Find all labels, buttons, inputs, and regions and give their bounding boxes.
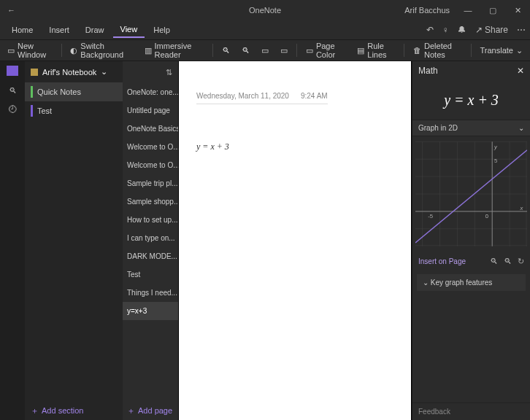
lightbulb-icon[interactable]: ♀ [442, 25, 449, 35]
page-item[interactable]: Sample trip pl... [123, 174, 178, 192]
window-icon: ▭ [7, 46, 15, 55]
page-time: 9:24 AM [301, 92, 328, 100]
page-item[interactable]: Welcome to O... [123, 156, 178, 174]
section-color-bar [31, 86, 33, 98]
chevron-down-icon: ⌄ [101, 67, 107, 77]
equation-text[interactable]: y = x + 3 [196, 141, 229, 152]
zoom-in-icon[interactable]: 🔍︎ [504, 257, 512, 266]
chevron-down-icon: ⌄ [423, 279, 429, 287]
page-color-button[interactable]: ▭Page Color [302, 39, 350, 61]
bell-icon[interactable]: 🔔︎ [458, 25, 466, 35]
pages-panel: ⇅ OneNote: one...Untitled pageOneNote Ba… [123, 61, 178, 420]
svg-text:-5: -5 [428, 213, 433, 219]
svg-text:0: 0 [485, 213, 488, 219]
chevron-down-icon: ⌄ [518, 124, 524, 132]
pagew-icon: ▭ [280, 46, 288, 55]
svg-text:y: y [493, 144, 498, 150]
sections-panel: Arif's Notebook ⌄ Quick NotesTest [25, 61, 123, 420]
zoom-out-icon[interactable]: 🔍︎ [490, 257, 498, 266]
nav-rail: 🔍︎ 🕘︎ [0, 61, 25, 420]
user-name[interactable]: Arif Bacchus [404, 6, 450, 15]
add-section-button[interactable]: ＋ Add section [25, 401, 123, 420]
svg-text:5: 5 [494, 158, 497, 164]
math-title: Math [418, 66, 438, 76]
key-graph-features-button[interactable]: ⌄ Key graph features [417, 274, 526, 291]
translate-button[interactable]: Translate ⌄ [476, 44, 527, 58]
page-date: Wednesday, March 11, 2020 [196, 92, 289, 100]
zoom-in-icon: 🔍︎ [242, 46, 250, 55]
add-page-button[interactable]: ＋ Add page [123, 401, 178, 420]
insert-on-page-button[interactable]: Insert on Page [418, 257, 466, 265]
notebook-picker[interactable]: Arif's Notebook ⌄ [25, 61, 123, 82]
section-item[interactable]: Quick Notes [25, 82, 123, 101]
immersive-reader-button[interactable]: ▥Immersive Reader [140, 39, 209, 61]
page-item[interactable]: OneNote: one... [123, 83, 178, 101]
chevron-down-icon: ⌄ [516, 46, 523, 55]
page-item[interactable]: Test [123, 265, 178, 284]
section-label: Quick Notes [37, 88, 81, 96]
deleted-notes-button[interactable]: 🗑︎Deleted Notes [409, 39, 466, 61]
page-icon: ▭ [261, 46, 269, 55]
page-canvas[interactable]: Wednesday, March 11, 2020 9:24 AM y = x … [178, 61, 412, 420]
more-icon[interactable]: ⋯ [517, 25, 526, 35]
close-button[interactable]: ✕ [505, 6, 530, 15]
page-width-button[interactable]: ▭ [276, 44, 292, 58]
switch-icon: ◐ [70, 46, 77, 55]
minimize-button[interactable]: — [456, 6, 480, 15]
tab-draw[interactable]: Draw [78, 23, 112, 37]
page-item[interactable]: I can type on... [123, 229, 178, 247]
page-item[interactable]: Things I need... [123, 284, 178, 302]
tab-insert[interactable]: Insert [42, 23, 77, 37]
search-icon[interactable]: 🔍︎ [9, 86, 17, 95]
page-item[interactable]: DARK MODE... [123, 247, 178, 265]
rule-lines-button[interactable]: ▤Rule Lines [353, 39, 399, 61]
color-icon: ▭ [306, 46, 313, 55]
svg-text:x: x [519, 205, 523, 211]
undo-icon[interactable]: ↶ [426, 25, 434, 35]
section-color-bar [31, 105, 33, 117]
reset-icon[interactable]: ↻ [518, 257, 524, 266]
app-title: OneNote [249, 6, 281, 15]
tab-help[interactable]: Help [146, 23, 177, 37]
page-item[interactable]: Untitled page [123, 101, 178, 120]
page-item[interactable]: OneNote Basics [123, 120, 178, 138]
share-button[interactable]: ↗ Share [475, 25, 508, 35]
switch-background-button[interactable]: ◐Switch Background [66, 39, 137, 61]
page-item[interactable]: How to set up... [123, 211, 178, 229]
math-pane: Math ✕ y = x + 3 Graph in 2D⌄ x [412, 61, 530, 420]
math-formula: y = x + 3 [412, 80, 530, 120]
page-item[interactable]: y=x+3 [123, 302, 178, 320]
graph-plot[interactable]: x y -5 0 5 [412, 136, 530, 253]
zoom-out-icon: 🔍︎ [222, 46, 230, 55]
lines-icon: ▤ [357, 46, 364, 55]
feedback-link[interactable]: Feedback [412, 402, 530, 420]
notebook-icon [31, 69, 38, 76]
maximize-button[interactable]: ▢ [480, 6, 505, 15]
title-bar: ← OneNote Arif Bacchus — ▢ ✕ [0, 0, 530, 20]
tab-home[interactable]: Home [4, 23, 40, 37]
ribbon: ▭New Window ◐Switch Background ▥Immersiv… [0, 39, 530, 61]
recent-icon[interactable]: 🕘︎ [9, 105, 17, 114]
page-item[interactable]: Sample shopp... [123, 192, 178, 211]
trash-icon: 🗑︎ [413, 46, 421, 55]
notebooks-icon[interactable] [7, 66, 18, 76]
zoom-out-button[interactable]: 🔍︎ [218, 44, 234, 57]
back-button[interactable]: ← [0, 6, 23, 15]
graph-mode-dropdown[interactable]: Graph in 2D⌄ [412, 120, 530, 136]
zoom-100-button[interactable]: ▭ [257, 44, 273, 58]
filter-icon[interactable]: ⇅ [166, 68, 172, 77]
menu-bar: Home Insert Draw View Help ↶ ♀ 🔔︎ ↗ Shar… [0, 20, 530, 39]
page-item[interactable]: Welcome to O... [123, 138, 178, 156]
zoom-in-button[interactable]: 🔍︎ [237, 44, 254, 57]
close-icon[interactable]: ✕ [517, 66, 524, 76]
tab-view[interactable]: View [113, 22, 145, 38]
section-label: Test [37, 106, 52, 115]
book-icon: ▥ [145, 46, 152, 55]
section-item[interactable]: Test [25, 101, 123, 120]
new-window-button[interactable]: ▭New Window [3, 39, 57, 61]
